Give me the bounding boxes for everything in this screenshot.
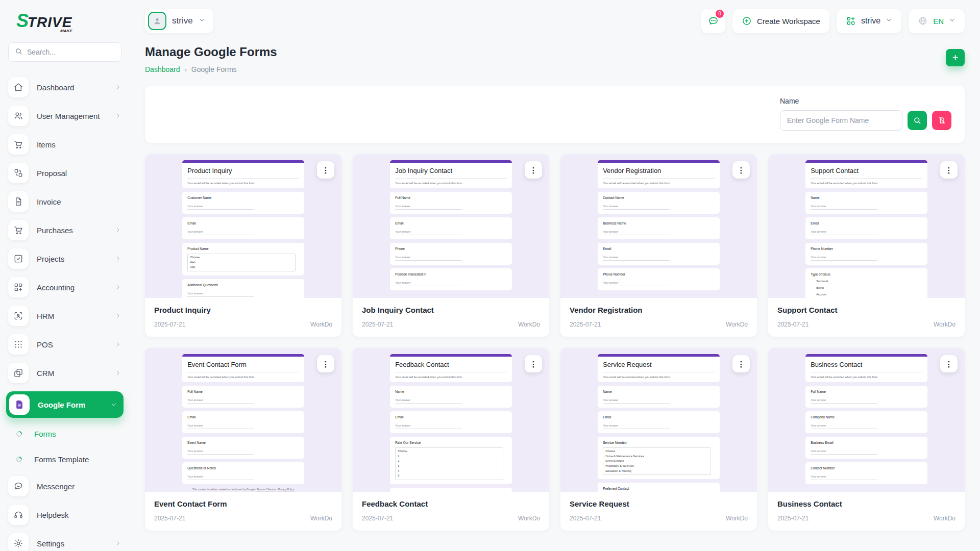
disclaimer-link[interactable]: Privacy Policy — [278, 488, 294, 491]
form-preview-paper: Service Request Your email will be recor… — [598, 354, 720, 492]
sidebar-item-dashboard[interactable]: Dashboard — [8, 77, 121, 97]
create-workspace-button[interactable]: Create Workspace — [732, 9, 829, 33]
card-menu-button[interactable]: ⋮ — [317, 161, 334, 179]
form-card: Product Inquiry Your email will be recor… — [145, 154, 341, 337]
card-menu-button[interactable]: ⋮ — [317, 355, 334, 372]
preview-field: EmailYour answer — [598, 243, 720, 265]
sidebar-item-label: CRM — [37, 369, 114, 378]
kebab-menu-icon: ⋮ — [738, 360, 745, 368]
form-card: Feedback Contact Your email will be reco… — [353, 348, 549, 531]
form-name-input[interactable] — [780, 110, 902, 131]
app-root: STRIVE MAKE Dashboard User Management It… — [0, 0, 980, 551]
preview-field: Rate Our ServiceChoose12345 — [390, 437, 512, 484]
clear-filter-icon — [938, 116, 946, 124]
sidebar-item-pos[interactable]: POS — [8, 334, 121, 355]
preview-field: EmailYour answer — [390, 217, 512, 239]
sidebar-item-hrm[interactable]: HRM — [8, 306, 121, 326]
card-owner: WorkDo — [518, 515, 540, 522]
sidebar-item-proposal[interactable]: Proposal — [8, 163, 121, 183]
sidebar-item-purchases[interactable]: Purchases — [8, 220, 121, 240]
card-footer: Feedback Contact 2025-07-21 WorkDo — [353, 492, 549, 531]
kebab-menu-icon: ⋮ — [322, 166, 330, 174]
kebab-menu-icon: ⋮ — [945, 360, 953, 368]
sidebar-item-crm[interactable]: CRM — [8, 363, 121, 383]
sidebar-subitem-label: Forms — [34, 430, 56, 438]
preview-form-description: Your email will be recorded when you sub… — [395, 375, 507, 379]
sidebar-item-google-form[interactable]: Google Form — [6, 391, 124, 418]
preview-field: Questions or NotesYour answer — [182, 462, 304, 484]
sidebar-item-invoice[interactable]: Invoice — [8, 191, 121, 212]
sidebar-item-messenger[interactable]: Messenger — [8, 476, 121, 496]
sidebar-subitem-forms-template[interactable]: Forms Template — [16, 450, 121, 468]
card-owner: WorkDo — [726, 515, 748, 522]
form-preview-paper: Product Inquiry Your email will be recor… — [182, 160, 304, 298]
form-preview[interactable]: Business Contact Your email will be reco… — [768, 348, 965, 492]
preview-field: Type of IssueTechnicalBillingAccount — [805, 268, 927, 298]
preview-google-disclaimer: This content is neither created nor endo… — [182, 488, 304, 491]
form-preview[interactable]: Vendor Registration Your email will be r… — [560, 154, 757, 298]
swap-boxes-icon — [13, 168, 23, 178]
card-date: 2025-07-21 — [154, 515, 185, 522]
card-footer: Job Inquiry Contact 2025-07-21 WorkDo — [353, 298, 549, 337]
cart-icon — [13, 139, 23, 149]
form-preview[interactable]: Product Inquiry Your email will be recor… — [145, 154, 341, 298]
search-input[interactable] — [27, 48, 115, 56]
filter-reset-button[interactable] — [932, 111, 951, 130]
form-preview[interactable]: Service Request Your email will be recor… — [560, 348, 757, 492]
preview-field: EmailYour answer — [390, 411, 512, 433]
sidebar-subitem-label: Forms Template — [34, 455, 89, 464]
preview-fields: NameYour answerEmailYour answerPhone Num… — [805, 192, 927, 298]
card-menu-button[interactable]: ⋮ — [732, 161, 750, 179]
sidebar-search[interactable] — [8, 42, 121, 62]
form-card: Business Contact Your email will be reco… — [768, 348, 965, 531]
sidebar-item-settings[interactable]: Settings — [8, 533, 121, 551]
workspace-pill[interactable]: strive — [145, 9, 213, 33]
sidebar-item-projects[interactable]: Projects — [8, 248, 121, 269]
card-date: 2025-07-21 — [570, 515, 601, 522]
form-preview[interactable]: Event Contact Form Your email will be re… — [145, 348, 341, 492]
breadcrumb-dashboard-link[interactable]: Dashboard — [145, 65, 180, 73]
preview-field: Service NeededChooseHome & Maintenance S… — [598, 437, 720, 479]
kebab-menu-icon: ⋮ — [530, 166, 537, 174]
sidebar: STRIVE MAKE Dashboard User Management It… — [0, 0, 131, 551]
sidebar-item-accounting[interactable]: Accounting — [8, 277, 121, 297]
kebab-menu-icon: ⋮ — [322, 360, 330, 368]
card-footer: Event Contact Form 2025-07-21 WorkDo — [145, 492, 341, 531]
card-date: 2025-07-21 — [154, 321, 185, 328]
card-menu-button[interactable]: ⋮ — [732, 355, 750, 372]
chevron-right-icon — [114, 227, 121, 234]
chat-badge: 0 — [715, 9, 725, 19]
sidebar-nav: Dashboard User Management Items Proposal… — [8, 77, 121, 551]
chat-bubble-icon — [13, 481, 23, 491]
chevron-right-icon — [114, 284, 121, 291]
card-title: Event Contact Form — [154, 499, 332, 508]
card-date: 2025-07-21 — [362, 515, 393, 522]
form-preview[interactable]: Feedback Contact Your email will be reco… — [353, 348, 549, 492]
card-menu-button[interactable]: ⋮ — [940, 355, 958, 372]
language-selector[interactable]: EN — [909, 9, 965, 33]
card-owner: WorkDo — [310, 515, 332, 522]
sidebar-subitem-forms[interactable]: Forms — [16, 425, 121, 442]
page-header: Manage Google Forms Dashboard › Google F… — [145, 45, 965, 73]
card-menu-button[interactable]: ⋮ — [940, 161, 958, 179]
chevron-down-icon — [110, 401, 117, 408]
workspace-selector[interactable]: strive — [837, 9, 901, 33]
preview-form-description: Your email will be recorded when you sub… — [603, 375, 715, 379]
form-preview-paper: Business Contact Your email will be reco… — [805, 354, 927, 492]
preview-form-title: Vendor Registration — [603, 167, 715, 179]
sidebar-item-user-management[interactable]: User Management — [8, 106, 121, 126]
preview-form-description: Your email will be recorded when you sub… — [811, 375, 922, 379]
preview-form-description: Your email will be recorded when you sub… — [187, 375, 299, 379]
form-preview[interactable]: Support Contact Your email will be recor… — [768, 154, 965, 298]
card-menu-button[interactable]: ⋮ — [525, 355, 542, 372]
messages-button[interactable]: 0 — [701, 9, 725, 33]
sidebar-item-items[interactable]: Items — [8, 134, 121, 155]
sidebar-item-helpdesk[interactable]: Helpdesk — [8, 505, 121, 525]
filter-search-button[interactable] — [908, 111, 927, 130]
card-menu-button[interactable]: ⋮ — [525, 161, 542, 179]
card-title: Job Inquiry Contact — [362, 306, 540, 314]
strive-logo[interactable]: STRIVE MAKE — [16, 10, 72, 33]
form-preview[interactable]: Job Inquiry Contact Your email will be r… — [353, 154, 549, 298]
disclaimer-link[interactable]: Terms of Service — [257, 488, 276, 491]
add-form-button[interactable]: + — [946, 49, 965, 66]
